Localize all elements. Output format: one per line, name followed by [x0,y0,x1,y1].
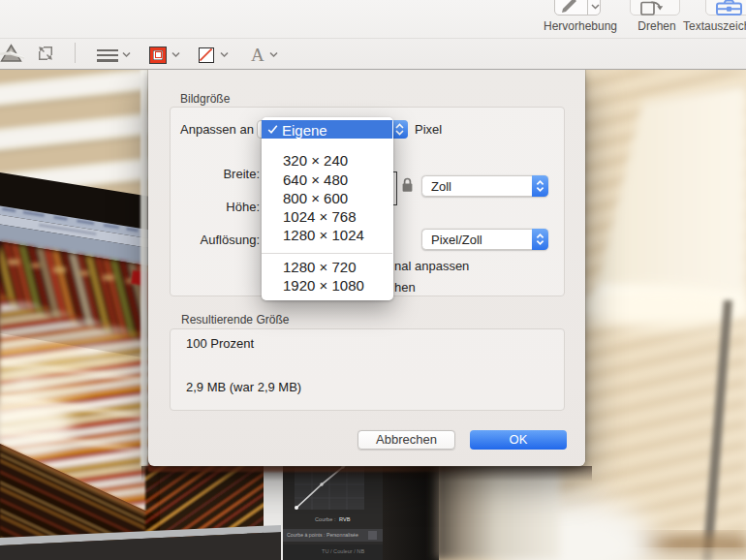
svg-text:Courbe :: Courbe : [315,516,336,522]
svg-text:Courbe à points : Personnalis: Courbe à points : Personnalisée [287,532,358,538]
svg-text:TU / Couleur / NB: TU / Couleur / NB [322,548,364,554]
svg-text:RVB: RVB [339,516,351,522]
